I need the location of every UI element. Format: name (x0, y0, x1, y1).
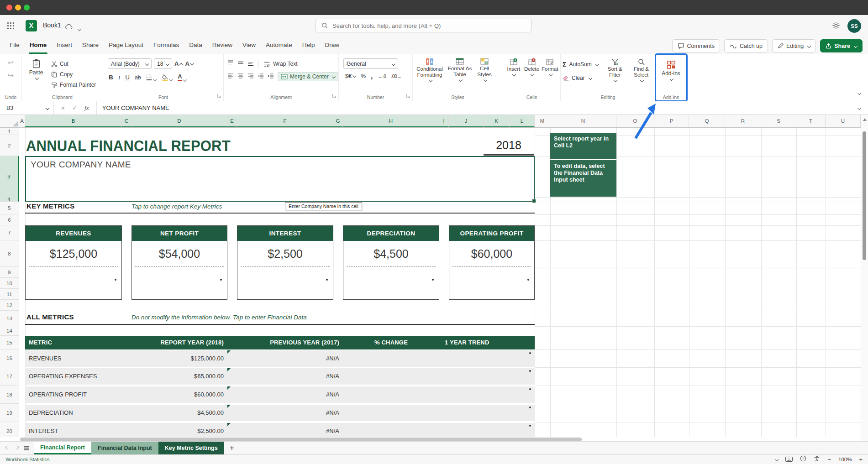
add-sheet-button[interactable]: + (224, 442, 240, 454)
cancel-entry-icon[interactable]: × (61, 104, 65, 112)
menu-tab-automate[interactable]: Automate (261, 36, 297, 54)
menu-tab-insert[interactable]: Insert (52, 36, 77, 54)
copy-button[interactable]: Copy (51, 70, 96, 79)
format-painter-button[interactable]: Format Painter (51, 80, 96, 89)
expand-formula-bar-icon[interactable] (857, 104, 861, 112)
row-header-16[interactable]: 16 (0, 349, 19, 367)
row-header-14[interactable]: 14 (0, 326, 19, 336)
zoom-window-button[interactable] (24, 5, 30, 10)
zoom-level[interactable]: 100% (838, 457, 852, 462)
comma-style-button[interactable]: , (371, 74, 373, 78)
help-icon[interactable]: ? (800, 455, 806, 464)
excel-logo-icon[interactable]: X (26, 20, 37, 31)
row-header-15[interactable]: 15 (0, 336, 19, 349)
status-chevron-icon[interactable] (774, 455, 778, 464)
menu-tab-formulas[interactable]: Formulas (148, 36, 184, 54)
row-header-12[interactable]: 12 (0, 300, 19, 311)
row-header-7[interactable]: 7 (0, 225, 19, 240)
account-avatar[interactable]: SS (847, 19, 861, 33)
scroll-up-arrow-icon[interactable] (863, 118, 867, 121)
zoom-out-button[interactable]: − (827, 456, 831, 463)
strikethrough-button[interactable]: ab (135, 74, 141, 81)
sheet-tab-financial-report[interactable]: Financial Report (34, 442, 91, 454)
number-format-select[interactable]: General (343, 58, 398, 69)
metric-card[interactable]: REVENUES$125,000 (25, 225, 122, 300)
decrease-indent-button[interactable] (258, 73, 264, 81)
comments-button[interactable]: Comments (672, 39, 720, 52)
report-year-cell[interactable]: 2018 (484, 135, 534, 156)
column-header-Q[interactable]: Q (689, 115, 725, 127)
next-sheet-chevron-icon[interactable] (14, 445, 18, 451)
autosum-button[interactable]: Σ AutoSum (563, 60, 601, 69)
decrease-font-size-button[interactable]: A (185, 60, 193, 67)
cell-styles-button[interactable]: Cell Styles (475, 58, 494, 94)
bold-button[interactable]: B (109, 74, 113, 81)
delete-cells-button[interactable]: Delete (523, 58, 541, 94)
row-header-3[interactable]: 3 (0, 156, 19, 197)
column-header-L[interactable]: L (510, 115, 535, 127)
all-metrics-heading[interactable]: ALL METRICS (26, 313, 74, 321)
menu-tab-view[interactable]: View (237, 36, 261, 54)
row-header-9[interactable]: 9 (0, 267, 19, 278)
merge-center-button[interactable]: Merge & Center (278, 72, 338, 81)
catch-up-button[interactable]: Catch up (724, 39, 768, 52)
workbook-statistics-button[interactable]: Workbook Statistics (5, 457, 49, 462)
editing-mode-button[interactable]: Editing (772, 39, 816, 52)
column-header-S[interactable]: S (761, 115, 796, 127)
menu-tab-draw[interactable]: Draw (320, 36, 345, 54)
row-header-18[interactable]: 18 (0, 386, 19, 404)
keyboard-icon[interactable] (785, 455, 793, 464)
metric-card[interactable]: INTEREST$2,500 (237, 225, 333, 300)
metric-card[interactable]: OPERATING PROFIT$60,000 (449, 225, 535, 300)
redo-button[interactable]: ↪ (8, 72, 14, 79)
row-header-10[interactable]: 10 (0, 278, 19, 289)
column-header-O[interactable]: O (616, 115, 654, 127)
select-all-corner[interactable] (0, 115, 19, 127)
column-header-N[interactable]: N (550, 115, 616, 127)
column-header-T[interactable]: T (796, 115, 826, 127)
fill-handle[interactable] (532, 199, 536, 203)
row-header-8[interactable]: 8 (0, 240, 19, 267)
minimize-window-button[interactable] (15, 5, 21, 10)
column-header-H[interactable]: H (343, 115, 439, 127)
ribbon-collapse-chevron-icon[interactable] (857, 89, 861, 97)
find-select-button[interactable]: Find & Select (629, 58, 653, 94)
sheet-tab-financial-data-input[interactable]: Financial Data Input (91, 442, 158, 454)
accounting-format-button[interactable]: $€ (345, 73, 356, 79)
column-header-P[interactable]: P (654, 115, 689, 127)
increase-decimal-button[interactable]: ←.0 (378, 73, 386, 79)
spreadsheet-grid[interactable]: ANNUAL FINANCIAL REPORT 2018 YOUR COMPAN… (0, 128, 861, 437)
column-header-B[interactable]: B (25, 115, 122, 127)
menu-tab-data[interactable]: Data (184, 36, 207, 54)
app-launcher-icon[interactable] (7, 22, 14, 29)
font-color-button[interactable]: A (178, 73, 186, 81)
formula-input[interactable]: YOUR COMPANY NAME (97, 104, 169, 111)
settings-gear-icon[interactable] (832, 21, 840, 31)
search-input[interactable] (331, 22, 516, 30)
accessibility-icon[interactable] (814, 455, 820, 464)
zoom-in-button[interactable]: + (859, 456, 863, 463)
all-sheets-menu-icon[interactable] (24, 446, 29, 450)
close-window-button[interactable] (6, 5, 12, 10)
menu-tab-page-layout[interactable]: Page Layout (104, 36, 148, 54)
clear-button[interactable]: Clear (563, 73, 601, 83)
paste-button[interactable]: Paste (24, 58, 48, 89)
menu-tab-share[interactable]: Share (77, 36, 104, 54)
percent-style-button[interactable]: % (361, 73, 366, 79)
format-cells-button[interactable]: Format (541, 58, 558, 94)
row-header-1[interactable]: 1 (0, 128, 19, 135)
align-bottom-button[interactable] (247, 60, 254, 68)
add-ins-button[interactable]: Add-ins (658, 58, 684, 80)
table-row[interactable]: DEPRECIATION$4,500.00#N/A (25, 405, 535, 421)
align-left-button[interactable] (227, 73, 234, 81)
menu-tab-home[interactable]: Home (25, 36, 52, 54)
font-size-select[interactable]: 18 (154, 58, 172, 69)
column-header-U[interactable]: U (826, 115, 861, 127)
column-header-F[interactable]: F (237, 115, 333, 127)
report-title-cell[interactable]: ANNUAL FINANCIAL REPORT (26, 135, 231, 156)
row-header-11[interactable]: 11 (0, 289, 19, 300)
workbook-menu-chevron-icon[interactable] (77, 25, 81, 33)
fill-color-button[interactable] (162, 74, 173, 81)
column-header-E[interactable]: E (227, 115, 237, 127)
column-header-I[interactable]: I (439, 115, 449, 127)
